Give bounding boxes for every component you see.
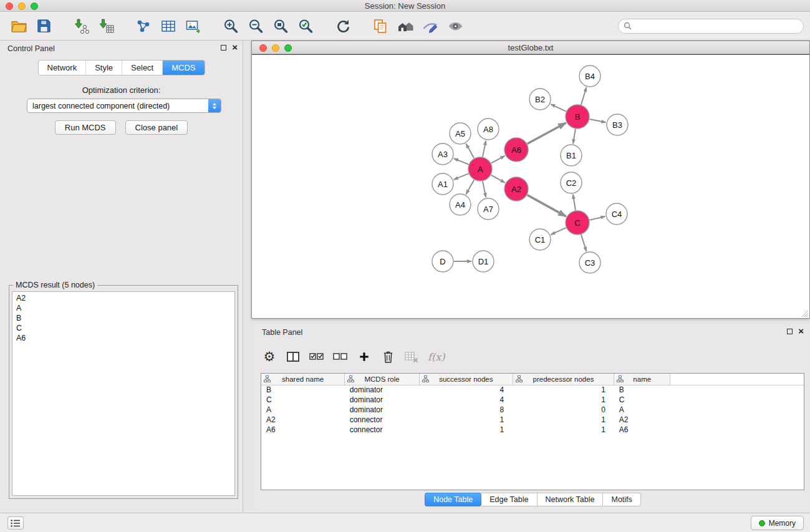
open-session-button[interactable]	[6, 15, 31, 37]
table-cell[interactable]: 0	[513, 405, 614, 415]
task-history-button[interactable]	[7, 516, 24, 530]
edge-C-C3[interactable]	[581, 235, 586, 251]
add-column-button[interactable]	[357, 349, 372, 365]
tab-motifs[interactable]: Motifs	[603, 493, 640, 506]
node-A6[interactable]: A6	[504, 138, 528, 162]
table-cell[interactable]: A2	[261, 415, 345, 425]
save-session-button[interactable]	[31, 15, 56, 37]
table-row[interactable]: Cdominator41C	[261, 395, 804, 405]
edge-A-A7[interactable]	[483, 181, 486, 198]
node-B1[interactable]: B1	[561, 145, 582, 166]
edge-C-C2[interactable]	[573, 195, 576, 210]
mcds-result-item[interactable]: A	[12, 303, 234, 313]
node-B3[interactable]: B3	[607, 114, 628, 135]
tab-mcds[interactable]: MCDS	[162, 60, 204, 75]
node-C2[interactable]: C2	[561, 172, 582, 193]
copy-network-button[interactable]	[368, 15, 393, 37]
table-cell[interactable]: C	[614, 395, 670, 405]
table-cell[interactable]: 1	[420, 415, 513, 425]
column-header-shared-name[interactable]: shared name	[261, 374, 345, 385]
table-cell[interactable]: dominator	[345, 405, 420, 415]
node-B[interactable]: B	[566, 105, 589, 128]
tab-network[interactable]: Network	[38, 60, 85, 75]
table-cell[interactable]: dominator	[345, 385, 420, 395]
edge-A-A8[interactable]	[483, 141, 486, 157]
node-A5[interactable]: A5	[450, 123, 471, 144]
mcds-result-item[interactable]: A2	[12, 293, 234, 303]
resize-grip[interactable]	[801, 310, 809, 317]
mcds-result-item[interactable]: B	[12, 313, 234, 323]
table-cell[interactable]: 1	[513, 425, 614, 435]
import-table-button[interactable]	[94, 15, 118, 37]
node-A7[interactable]: A7	[478, 198, 499, 220]
table-cell[interactable]: A	[614, 405, 670, 415]
birds-eye-button[interactable]	[443, 15, 468, 37]
tab-select[interactable]: Select	[122, 60, 162, 75]
column-header-MCDS-role[interactable]: MCDS role	[345, 374, 420, 385]
table-row[interactable]: A6connector11A6	[261, 425, 804, 435]
edge-A-A1[interactable]	[454, 173, 469, 180]
edge-B-B4[interactable]	[581, 87, 587, 105]
new-table-button[interactable]	[156, 15, 181, 37]
edge-B-B3[interactable]	[590, 119, 606, 122]
edge-A-A6[interactable]	[491, 156, 505, 163]
node-C1[interactable]: C1	[529, 229, 551, 250]
mcds-result-item[interactable]: A6	[12, 333, 234, 343]
search-input[interactable]	[635, 22, 798, 31]
table-cell[interactable]: dominator	[345, 395, 420, 405]
destroy-table-button[interactable]	[404, 349, 419, 365]
zoom-out-button[interactable]	[243, 15, 268, 37]
edge-B-B1[interactable]	[573, 129, 576, 143]
table-row[interactable]: Adominator80A	[261, 405, 804, 415]
node-B2[interactable]: B2	[529, 89, 551, 110]
table-cell[interactable]: A6	[614, 425, 670, 435]
column-header-predecessor-nodes[interactable]: predecessor nodes	[513, 374, 614, 385]
table-cell[interactable]: connector	[345, 425, 420, 435]
zoom-fit-button[interactable]	[268, 15, 293, 37]
node-D1[interactable]: D1	[473, 251, 494, 272]
table-cell[interactable]: A6	[261, 425, 345, 435]
table-cell[interactable]: A2	[614, 415, 670, 425]
close-panel-icon[interactable]: ×	[232, 44, 238, 51]
run-mcds-button[interactable]: Run MCDS	[55, 120, 116, 135]
table-cell[interactable]: 1	[420, 425, 513, 435]
tab-edge-table[interactable]: Edge Table	[481, 493, 537, 506]
edge-C-C4[interactable]	[590, 216, 605, 220]
table-cell[interactable]: C	[261, 395, 345, 405]
node-A4[interactable]: A4	[450, 194, 471, 215]
table-cell[interactable]: A	[261, 405, 345, 415]
show-columns-button[interactable]	[286, 349, 301, 365]
column-header-name[interactable]: name	[614, 374, 670, 385]
table-cell[interactable]: 4	[420, 385, 513, 395]
tab-style[interactable]: Style	[85, 60, 122, 75]
zoom-selected-button[interactable]	[293, 15, 318, 37]
node-A1[interactable]: A1	[432, 173, 453, 195]
network-window-titlebar[interactable]: testGlobe.txt	[252, 41, 809, 54]
network-canvas[interactable]: B4B2BB3A5A8A6B1A3AC2A1A2A4A7C4CC1C3DD1	[252, 54, 809, 318]
annotation-button[interactable]	[418, 15, 443, 37]
edge-A6-B[interactable]	[528, 123, 566, 143]
node-A8[interactable]: A8	[478, 118, 499, 140]
table-cell[interactable]: B	[261, 385, 345, 395]
zoom-in-button[interactable]	[218, 15, 243, 37]
node-A3[interactable]: A3	[432, 143, 453, 165]
table-row[interactable]: A2connector11A2	[261, 415, 804, 425]
edge-A-A5[interactable]	[466, 144, 474, 158]
tab-network-table[interactable]: Network Table	[538, 493, 604, 506]
node-C4[interactable]: C4	[606, 203, 627, 225]
edge-A-A2[interactable]	[491, 175, 505, 183]
table-cell[interactable]: connector	[345, 415, 420, 425]
edge-A-A4[interactable]	[466, 180, 474, 194]
mcds-result-item[interactable]: C	[12, 323, 234, 333]
close-panel-button[interactable]: Close panel	[125, 120, 188, 135]
edge-A-A3[interactable]	[454, 158, 469, 165]
close-table-panel-icon[interactable]: ×	[798, 328, 804, 334]
node-A[interactable]: A	[468, 157, 492, 181]
node-B4[interactable]: B4	[579, 65, 600, 87]
column-header-successor-nodes[interactable]: successor nodes	[420, 374, 513, 385]
delete-column-button[interactable]	[380, 349, 395, 365]
node-D[interactable]: D	[432, 251, 453, 272]
table-cell[interactable]: 8	[420, 405, 513, 415]
function-builder-button[interactable]: f(x)	[428, 349, 445, 365]
edge-A2-C[interactable]	[528, 195, 566, 216]
